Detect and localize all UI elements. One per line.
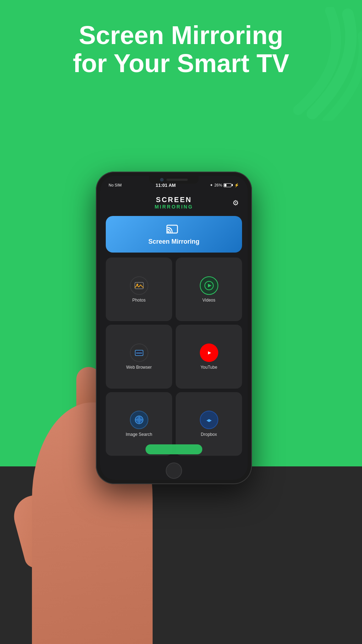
cast-icon (166, 223, 181, 235)
front-camera (160, 178, 164, 182)
app-logo: SCREEN MIRRORING (119, 196, 229, 210)
speaker-grill (166, 179, 188, 181)
battery-percent: 26% (214, 183, 222, 187)
headline: Screen Mirroring for Your Smart TV (0, 21, 362, 77)
photos-icon (130, 276, 148, 295)
web-browser-label: Web Browser (126, 365, 152, 370)
headline-line1: Screen Mirroring (79, 21, 283, 49)
mirror-button-label: Screen Mirroring (148, 238, 199, 245)
phone-screen: No SIM 11:01 AM ✦ 26% ⚡ (100, 176, 248, 480)
headline-line2: for Your Smart TV (73, 49, 289, 77)
videos-cell[interactable]: Videos (176, 258, 242, 321)
settings-button[interactable]: ⚙ (229, 196, 242, 209)
status-right: ✦ 26% ⚡ (210, 183, 239, 188)
web-browser-icon: www (130, 343, 148, 362)
youtube-cell[interactable]: YouTube (176, 325, 242, 388)
phone-scene: No SIM 11:01 AM ✦ 26% ⚡ (46, 154, 316, 644)
phone: No SIM 11:01 AM ✦ 26% ⚡ (96, 172, 252, 484)
charging-icon: ⚡ (234, 183, 239, 188)
battery-icon (224, 183, 233, 187)
photos-label: Photos (132, 298, 146, 303)
svg-rect-2 (135, 282, 143, 289)
app-logo-subtitle: MIRRORING (119, 204, 229, 210)
svg-text:www: www (136, 352, 142, 354)
home-button[interactable] (166, 462, 182, 479)
app-header: SCREEN MIRRORING ⚙ (106, 194, 242, 211)
feature-grid: Photos Videos (106, 258, 242, 456)
videos-icon (200, 276, 218, 295)
home-button-area (100, 461, 248, 480)
dropbox-label: Dropbox (201, 432, 217, 437)
videos-label: Videos (202, 298, 215, 303)
svg-marker-5 (208, 284, 212, 287)
app-content: SCREEN MIRRORING ⚙ Screen Mirroring (100, 191, 248, 461)
phone-notch (149, 176, 199, 184)
web-browser-cell[interactable]: www Web Browser (106, 325, 172, 388)
bottom-green-bar (146, 444, 202, 454)
youtube-label: YouTube (201, 365, 217, 370)
dropbox-icon (200, 411, 218, 429)
screen-mirroring-button[interactable]: Screen Mirroring (106, 216, 242, 253)
app-logo-title: SCREEN (119, 196, 229, 204)
photos-cell[interactable]: Photos (106, 258, 172, 321)
bluetooth-icon: ✦ (210, 183, 213, 188)
youtube-icon (200, 343, 218, 362)
image-search-icon (130, 411, 148, 429)
carrier-label: No SIM (109, 183, 122, 187)
image-search-label: Image Search (126, 432, 152, 437)
